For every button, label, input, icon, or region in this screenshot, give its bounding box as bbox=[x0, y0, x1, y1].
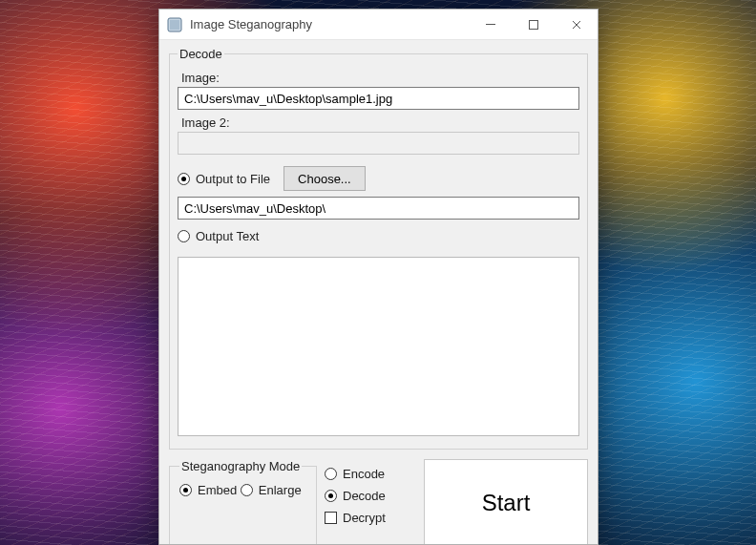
radio-indicator-icon bbox=[241, 484, 253, 496]
image-path-input[interactable] bbox=[178, 87, 579, 110]
output-text-area[interactable] bbox=[178, 257, 579, 436]
mode-option-label: Enlarge bbox=[259, 483, 302, 497]
radio-indicator-icon bbox=[179, 484, 192, 496]
radio-indicator-icon bbox=[325, 468, 337, 480]
svg-rect-3 bbox=[529, 20, 537, 29]
decrypt-label: Decrypt bbox=[343, 511, 386, 525]
mode-legend: Steganography Mode bbox=[179, 459, 302, 473]
close-button[interactable] bbox=[555, 10, 598, 40]
decrypt-checkbox[interactable]: Decrypt bbox=[325, 511, 416, 525]
start-button[interactable]: Start bbox=[424, 459, 588, 544]
mode-enlarge-radio[interactable]: Enlarge bbox=[241, 483, 302, 497]
radio-indicator-icon bbox=[178, 230, 190, 242]
radio-indicator-icon bbox=[325, 490, 337, 502]
mode-option-label: Embed bbox=[198, 483, 237, 497]
mode-group: Steganography Mode Embed Enlarge bbox=[169, 459, 317, 544]
decode-legend: Decode bbox=[178, 47, 224, 61]
image2-label: Image 2: bbox=[181, 115, 579, 130]
choose-button[interactable]: Choose... bbox=[284, 166, 366, 191]
bottom-row: Steganography Mode Embed Enlarge Encode bbox=[169, 459, 588, 544]
encode-decode-options: Encode Decode Decrypt bbox=[325, 459, 416, 544]
svg-rect-2 bbox=[486, 24, 495, 25]
window-title: Image Steganography bbox=[190, 17, 312, 31]
image2-path-input[interactable] bbox=[178, 132, 579, 155]
decode-radio[interactable]: Decode bbox=[325, 489, 416, 503]
svg-rect-1 bbox=[170, 20, 179, 30]
output-to-file-radio[interactable]: Output to File bbox=[178, 172, 270, 186]
output-path-input[interactable] bbox=[178, 197, 579, 220]
radio-indicator-icon bbox=[178, 173, 190, 185]
output-to-file-label: Output to File bbox=[196, 172, 270, 186]
maximize-button[interactable] bbox=[512, 10, 555, 40]
titlebar[interactable]: Image Steganography bbox=[159, 10, 598, 40]
decode-label: Decode bbox=[343, 489, 386, 503]
start-label: Start bbox=[482, 490, 531, 516]
output-text-label: Output Text bbox=[196, 229, 259, 243]
mode-embed-radio[interactable]: Embed bbox=[179, 483, 237, 497]
encode-label: Encode bbox=[343, 467, 385, 481]
app-icon bbox=[167, 17, 182, 32]
decode-group: Decode Image: Image 2: Output to File Ch… bbox=[169, 47, 588, 450]
minimize-button[interactable] bbox=[469, 10, 512, 40]
encode-radio[interactable]: Encode bbox=[325, 467, 416, 481]
image-label: Image: bbox=[181, 71, 579, 85]
checkbox-indicator-icon bbox=[325, 512, 337, 524]
client-area: Decode Image: Image 2: Output to File Ch… bbox=[159, 40, 598, 544]
output-text-radio[interactable]: Output Text bbox=[178, 229, 259, 243]
app-window: Image Steganography Decode Image: Image … bbox=[158, 9, 598, 545]
